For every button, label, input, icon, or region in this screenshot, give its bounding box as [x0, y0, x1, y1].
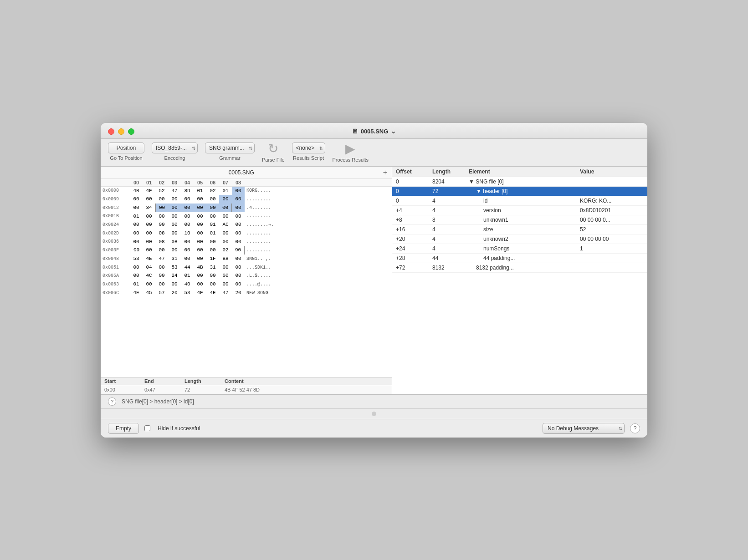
hex-byte[interactable]: 00 [206, 238, 219, 246]
hex-byte[interactable]: 57 [155, 289, 168, 297]
empty-button[interactable]: Empty [108, 423, 139, 434]
hex-byte[interactable]: 00 [168, 195, 181, 204]
hex-byte[interactable]: 00 [168, 220, 181, 229]
hex-byte[interactable]: 00 [155, 195, 168, 204]
hex-byte[interactable]: 00 [155, 246, 168, 255]
hex-byte[interactable]: 00 [143, 229, 155, 238]
hex-byte[interactable]: 00 [155, 212, 168, 221]
hex-row[interactable]: 0x005A004C00240100000000.L.$..... [101, 271, 392, 280]
hex-byte[interactable]: 00 [168, 280, 181, 289]
hex-byte[interactable]: 00 [232, 195, 245, 204]
hex-byte[interactable]: 00 [181, 195, 194, 204]
hex-byte[interactable]: 00 [181, 212, 194, 221]
hex-byte[interactable]: 24 [168, 271, 181, 280]
hex-byte[interactable]: 04 [143, 263, 155, 272]
hex-byte[interactable]: 00 [143, 212, 155, 221]
hex-byte[interactable]: 20 [168, 289, 181, 297]
hex-row[interactable]: 0x003F000000000000000290......... [101, 246, 392, 255]
hex-row[interactable]: 0x002400000000000001AC00........¬. [101, 220, 392, 229]
hex-byte[interactable]: 00 [232, 220, 245, 229]
hex-byte[interactable]: 00 [194, 246, 206, 255]
hex-byte[interactable]: 47 [219, 289, 232, 297]
minimize-button[interactable] [118, 128, 124, 135]
hex-byte[interactable]: 4F [194, 289, 206, 297]
hex-byte[interactable]: 00 [181, 238, 194, 246]
hex-byte[interactable]: 4F [143, 187, 155, 195]
hex-byte[interactable]: 90 [232, 246, 245, 255]
close-button[interactable] [108, 128, 114, 135]
hex-byte[interactable]: 00 [155, 204, 168, 212]
status-help-button[interactable]: ? [108, 397, 116, 406]
hex-byte[interactable]: 20 [232, 289, 245, 297]
hex-byte[interactable]: 00 [194, 255, 206, 263]
hex-byte[interactable]: 00 [194, 212, 206, 221]
hex-byte[interactable]: 53 [168, 263, 181, 272]
parse-row[interactable]: +244numSongs1 [392, 244, 647, 254]
hex-byte[interactable]: 8D [181, 187, 194, 195]
hex-byte[interactable]: 4C [143, 271, 155, 280]
hex-row[interactable]: 0x0063010000004000000000....@.... [101, 280, 392, 289]
hex-byte[interactable]: 00 [219, 195, 232, 204]
hex-byte[interactable]: 00 [194, 195, 206, 204]
hex-byte[interactable]: 00 [206, 280, 219, 289]
parse-row[interactable]: 072▼ header [0] [392, 187, 647, 196]
hex-byte[interactable]: 53 [181, 289, 194, 297]
hex-byte[interactable]: 53 [130, 255, 143, 263]
hex-byte[interactable]: 01 [206, 220, 219, 229]
hex-byte[interactable]: 00 [143, 220, 155, 229]
hex-byte[interactable]: 00 [232, 255, 245, 263]
hex-byte[interactable]: 00 [219, 204, 232, 212]
debug-help-button[interactable]: ? [630, 423, 640, 433]
hex-byte[interactable]: 00 [130, 204, 143, 212]
hex-byte[interactable]: 00 [168, 204, 181, 212]
hide-if-successful-checkbox[interactable] [144, 425, 150, 431]
hex-byte[interactable]: 00 [194, 204, 206, 212]
hex-byte[interactable]: 00 [143, 280, 155, 289]
hex-row[interactable]: 0x0048534E473100001FB800SNG1.. ,. [101, 255, 392, 263]
hex-byte[interactable]: 01 [181, 271, 194, 280]
parse-table-body[interactable]: 08204▼ SNG file [0]072▼ header [0]04idKO… [392, 177, 647, 394]
hex-row[interactable]: 0x001B010000000000000000......... [101, 212, 392, 221]
parse-row[interactable]: +7281328132 padding... [392, 263, 647, 273]
hex-byte[interactable]: 00 [143, 195, 155, 204]
position-button[interactable]: Position [108, 143, 144, 153]
hex-byte[interactable]: 00 [181, 246, 194, 255]
hex-byte[interactable]: 4E [206, 289, 219, 297]
hex-byte[interactable]: 00 [194, 229, 206, 238]
dropdown-arrow[interactable]: ⌄ [391, 128, 396, 135]
hex-byte[interactable]: 45 [143, 289, 155, 297]
hex-byte[interactable]: 00 [219, 238, 232, 246]
hex-byte[interactable]: 00 [206, 271, 219, 280]
maximize-button[interactable] [128, 128, 134, 135]
hex-byte[interactable]: 52 [155, 187, 168, 195]
hex-byte[interactable]: 00 [232, 187, 245, 195]
hex-byte[interactable]: 00 [194, 238, 206, 246]
parse-row[interactable]: +284444 padding... [392, 254, 647, 263]
hex-byte[interactable]: 00 [130, 238, 143, 246]
hex-byte[interactable]: 31 [168, 255, 181, 263]
hex-byte[interactable]: 08 [155, 229, 168, 238]
debug-messages-select[interactable]: No Debug Messages [543, 423, 625, 434]
hex-byte[interactable]: 01 [206, 229, 219, 238]
hex-byte[interactable]: 31 [206, 263, 219, 272]
hex-byte[interactable]: 00 [232, 263, 245, 272]
hex-byte[interactable]: 34 [143, 204, 155, 212]
hex-byte[interactable]: 00 [206, 204, 219, 212]
hex-byte[interactable]: 47 [168, 187, 181, 195]
hex-byte[interactable]: 00 [232, 204, 245, 212]
hex-byte[interactable]: 00 [155, 220, 168, 229]
hex-byte[interactable]: 00 [206, 195, 219, 204]
hex-byte[interactable]: 40 [181, 280, 194, 289]
grammar-select[interactable]: SNG gramm... [205, 143, 255, 153]
hex-byte[interactable]: 01 [130, 212, 143, 221]
hex-byte[interactable]: 00 [130, 195, 143, 204]
hex-byte[interactable]: 00 [181, 220, 194, 229]
hex-byte[interactable]: AC [219, 220, 232, 229]
hex-byte[interactable]: 00 [219, 280, 232, 289]
hex-row[interactable]: 0x0036000008080000000000......... [101, 238, 392, 246]
hex-byte[interactable]: 00 [219, 229, 232, 238]
hex-byte[interactable]: 08 [155, 238, 168, 246]
parse-row[interactable]: +88unknown100 00 00 0... [392, 215, 647, 225]
hex-byte[interactable]: 00 [232, 280, 245, 289]
hex-row[interactable]: 0x005100040053444B310000...SDK1.. [101, 263, 392, 272]
